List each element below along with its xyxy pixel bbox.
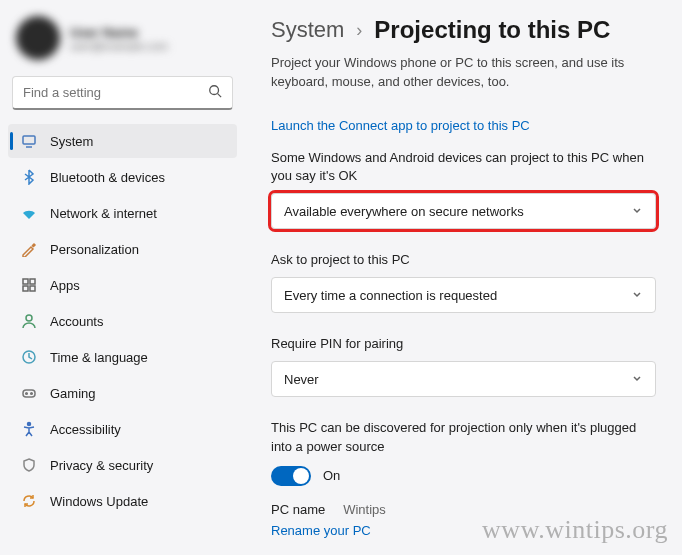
- sidebar-item-label: Privacy & security: [50, 458, 153, 473]
- sidebar-item-personalization[interactable]: Personalization: [8, 232, 237, 266]
- sidebar-item-time[interactable]: Time & language: [8, 340, 237, 374]
- user-profile[interactable]: User Name user@example.com: [8, 12, 237, 70]
- pin-select[interactable]: Never: [271, 361, 656, 397]
- sidebar-item-label: Gaming: [50, 386, 96, 401]
- apps-icon: [20, 276, 38, 294]
- svg-rect-2: [23, 136, 35, 144]
- profile-email: user@example.com: [70, 40, 168, 52]
- chevron-down-icon: [631, 204, 643, 219]
- sidebar-item-bluetooth[interactable]: Bluetooth & devices: [8, 160, 237, 194]
- sidebar-item-label: Apps: [50, 278, 80, 293]
- bluetooth-icon: [20, 168, 38, 186]
- svg-rect-10: [23, 390, 35, 397]
- breadcrumb-root[interactable]: System: [271, 17, 344, 43]
- sidebar-item-gaming[interactable]: Gaming: [8, 376, 237, 410]
- discover-label: This PC can be discovered for projection…: [271, 419, 656, 455]
- search-input[interactable]: [23, 85, 208, 100]
- ask-label: Ask to project to this PC: [271, 251, 656, 269]
- svg-line-1: [218, 94, 222, 98]
- availability-value: Available everywhere on secure networks: [284, 204, 524, 219]
- breadcrumb: System › Projecting to this PC: [271, 16, 656, 44]
- search-box[interactable]: [12, 76, 233, 110]
- sidebar-item-accessibility[interactable]: Accessibility: [8, 412, 237, 446]
- ask-select[interactable]: Every time a connection is requested: [271, 277, 656, 313]
- sidebar-item-apps[interactable]: Apps: [8, 268, 237, 302]
- chevron-right-icon: ›: [356, 20, 362, 41]
- discover-toggle[interactable]: [271, 466, 311, 486]
- sidebar-item-system[interactable]: System: [8, 124, 237, 158]
- page-description: Project your Windows phone or PC to this…: [271, 54, 656, 92]
- svg-point-8: [26, 315, 32, 321]
- ask-value: Every time a connection is requested: [284, 288, 497, 303]
- sidebar-item-privacy[interactable]: Privacy & security: [8, 448, 237, 482]
- gaming-icon: [20, 384, 38, 402]
- sidebar-item-label: Network & internet: [50, 206, 157, 221]
- rename-pc-link[interactable]: Rename your PC: [271, 523, 371, 538]
- availability-select[interactable]: Available everywhere on secure networks: [271, 193, 656, 229]
- chevron-down-icon: [631, 372, 643, 387]
- svg-point-13: [28, 423, 31, 426]
- time-icon: [20, 348, 38, 366]
- shield-icon: [20, 456, 38, 474]
- svg-rect-7: [30, 286, 35, 291]
- svg-rect-6: [23, 286, 28, 291]
- launch-connect-link[interactable]: Launch the Connect app to project to thi…: [271, 118, 530, 133]
- sidebar-item-label: Personalization: [50, 242, 139, 257]
- sidebar-item-label: Accessibility: [50, 422, 121, 437]
- svg-rect-5: [30, 279, 35, 284]
- sidebar-item-update[interactable]: Windows Update: [8, 484, 237, 518]
- pin-value: Never: [284, 372, 319, 387]
- personalization-icon: [20, 240, 38, 258]
- sidebar-item-label: Accounts: [50, 314, 103, 329]
- sidebar-item-label: System: [50, 134, 93, 149]
- availability-label: Some Windows and Android devices can pro…: [271, 149, 656, 185]
- sidebar-item-label: Windows Update: [50, 494, 148, 509]
- pin-label: Require PIN for pairing: [271, 335, 656, 353]
- svg-point-11: [26, 393, 28, 395]
- svg-rect-4: [23, 279, 28, 284]
- pcname-value: Wintips: [343, 502, 386, 517]
- update-icon: [20, 492, 38, 510]
- system-icon: [20, 132, 38, 150]
- chevron-down-icon: [631, 288, 643, 303]
- profile-name: User Name: [70, 25, 168, 40]
- avatar: [16, 16, 60, 60]
- svg-point-0: [210, 86, 219, 95]
- page-title: Projecting to this PC: [374, 16, 610, 44]
- network-icon: [20, 204, 38, 222]
- sidebar-item-network[interactable]: Network & internet: [8, 196, 237, 230]
- accounts-icon: [20, 312, 38, 330]
- sidebar-item-label: Time & language: [50, 350, 148, 365]
- discover-value: On: [323, 468, 340, 483]
- accessibility-icon: [20, 420, 38, 438]
- pcname-label: PC name: [271, 502, 325, 517]
- sidebar-item-label: Bluetooth & devices: [50, 170, 165, 185]
- sidebar-item-accounts[interactable]: Accounts: [8, 304, 237, 338]
- svg-point-12: [31, 393, 33, 395]
- search-icon: [208, 84, 222, 101]
